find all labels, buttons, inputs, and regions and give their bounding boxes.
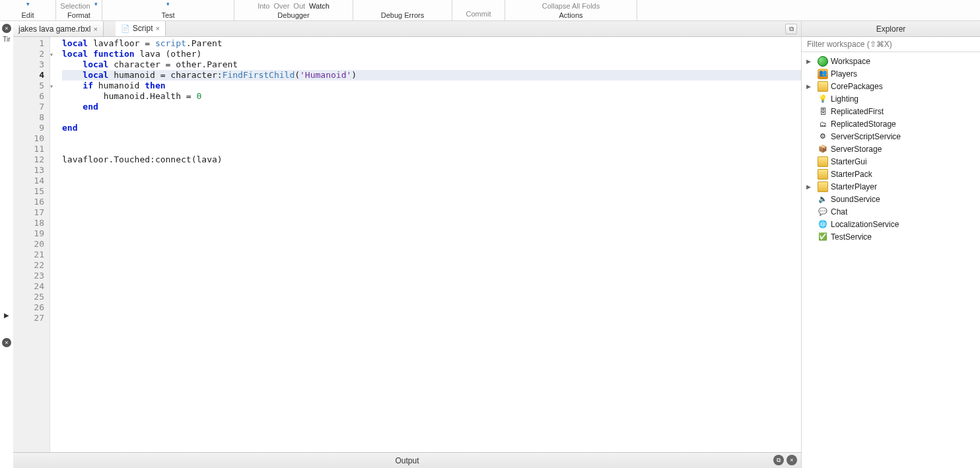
line-number[interactable]: 2▾: [13, 49, 44, 59]
code-line[interactable]: [62, 207, 801, 218]
line-number[interactable]: 10: [13, 133, 44, 144]
code-line[interactable]: [62, 239, 801, 250]
code-line[interactable]: local function lava (other): [62, 49, 801, 59]
tree-item-chat[interactable]: Chat: [803, 205, 979, 218]
line-number[interactable]: 1: [13, 38, 44, 49]
line-number[interactable]: 4: [13, 70, 44, 81]
code-line[interactable]: [62, 260, 801, 271]
toolbar-item-over[interactable]: Over: [274, 2, 290, 10]
code-line[interactable]: [62, 218, 801, 228]
tree-item-label: Chat: [831, 207, 847, 217]
code-line[interactable]: lavafloor.Touched:connect(lava): [62, 154, 801, 165]
toolbar-item-out[interactable]: Out: [293, 2, 305, 10]
tree-item-soundservice[interactable]: SoundService: [803, 193, 979, 205]
code-line[interactable]: [62, 133, 801, 144]
toolbar-item-selection[interactable]: Selection: [60, 2, 90, 10]
code-line[interactable]: [62, 228, 801, 239]
code-line[interactable]: local humanoid = character:FindFirstChil…: [62, 70, 801, 81]
toolbar-group-group5: Commit: [452, 0, 505, 20]
tree-item-lighting[interactable]: Lighting: [803, 92, 979, 105]
code-line[interactable]: [62, 271, 801, 281]
line-number[interactable]: 27: [13, 313, 44, 323]
tree-item-startergui[interactable]: StarterGui: [803, 155, 979, 168]
code-line[interactable]: [62, 250, 801, 260]
code-line[interactable]: local lavafloor = script.Parent: [62, 38, 801, 49]
expander-icon[interactable]: ▶: [804, 83, 812, 90]
code-line[interactable]: [62, 112, 801, 123]
tab-script[interactable]: Script×: [116, 21, 166, 36]
line-number[interactable]: 21: [13, 250, 44, 260]
line-number[interactable]: 20: [13, 239, 44, 250]
line-number[interactable]: 13: [13, 165, 44, 176]
line-number[interactable]: 17: [13, 207, 44, 218]
expander-icon[interactable]: ▶: [804, 184, 812, 190]
line-number[interactable]: 16: [13, 197, 44, 207]
tree-item-serverstorage[interactable]: ServerStorage: [803, 143, 979, 155]
tree-item-testservice[interactable]: TestService: [803, 230, 979, 243]
hierarchy-tree[interactable]: ▶WorkspacePlayers▶CorePackagesLightingRe…: [802, 52, 980, 468]
code-line[interactable]: [62, 186, 801, 197]
code-area[interactable]: local lavafloor = script.Parentlocal fun…: [50, 37, 801, 452]
code-line[interactable]: [62, 197, 801, 207]
line-number[interactable]: 3: [13, 59, 44, 70]
code-line[interactable]: [62, 281, 801, 292]
output-panel[interactable]: Output ⧉ ×: [13, 452, 801, 468]
expander-icon[interactable]: ▶: [804, 58, 812, 65]
toolbar-item-commit[interactable]: Commit: [466, 10, 491, 18]
line-number[interactable]: 25: [13, 292, 44, 302]
dropdown-icon[interactable]: ▾: [26, 1, 30, 7]
tree-item-starterpack[interactable]: StarterPack: [803, 168, 979, 180]
code-line[interactable]: local character = other.Parent: [62, 59, 801, 70]
line-number[interactable]: 14: [13, 176, 44, 186]
line-number[interactable]: 9: [13, 123, 44, 133]
code-line[interactable]: end: [62, 102, 801, 112]
toolbar-item-watch[interactable]: Watch: [309, 2, 330, 10]
tree-item-localizationservice[interactable]: LocalizationService: [803, 218, 979, 230]
code-line[interactable]: [62, 176, 801, 186]
dropdown-icon[interactable]: ▾: [94, 1, 98, 7]
close-panel-icon[interactable]: ×: [2, 24, 11, 33]
line-number[interactable]: 12: [13, 154, 44, 165]
line-number[interactable]: 18: [13, 218, 44, 228]
tab-jakes-lava-game-rbxl[interactable]: jakes lava game.rbxl×: [13, 21, 104, 36]
code-line[interactable]: [62, 302, 801, 313]
tree-item-workspace[interactable]: ▶Workspace: [803, 55, 979, 67]
close-icon[interactable]: ×: [93, 25, 97, 33]
dropdown-icon[interactable]: ▾: [166, 1, 170, 7]
line-number[interactable]: 11: [13, 144, 44, 154]
code-editor[interactable]: 12▾345▾678910111213141516171819202122232…: [13, 37, 801, 452]
tab-popout-icon[interactable]: ⧉: [785, 24, 797, 34]
line-number[interactable]: 15: [13, 186, 44, 197]
close-icon[interactable]: ×: [156, 24, 160, 32]
code-line[interactable]: humanoid.Health = 0: [62, 91, 801, 102]
close-panel-bottom-icon[interactable]: ×: [2, 338, 11, 347]
line-gutter[interactable]: 12▾345▾678910111213141516171819202122232…: [13, 37, 50, 452]
tree-item-players[interactable]: Players: [803, 67, 979, 80]
output-popout-icon[interactable]: ⧉: [773, 455, 784, 465]
tree-item-starterplayer[interactable]: ▶StarterPlayer: [803, 180, 979, 193]
line-number[interactable]: 23: [13, 271, 44, 281]
line-number[interactable]: 5▾: [13, 81, 44, 91]
expand-arrow-icon[interactable]: ▶: [4, 312, 9, 319]
line-number[interactable]: 19: [13, 228, 44, 239]
line-number[interactable]: 7: [13, 102, 44, 112]
code-line[interactable]: if humanoid then: [62, 81, 801, 91]
line-number[interactable]: 6: [13, 91, 44, 102]
line-number[interactable]: 26: [13, 302, 44, 313]
line-number[interactable]: 24: [13, 281, 44, 292]
toolbar-item-into[interactable]: Into: [258, 2, 269, 10]
code-line[interactable]: [62, 165, 801, 176]
output-close-icon[interactable]: ×: [787, 455, 797, 465]
code-line[interactable]: [62, 292, 801, 302]
tree-item-corepackages[interactable]: ▶CorePackages: [803, 80, 979, 92]
tree-item-serverscriptservice[interactable]: ServerScriptService: [803, 130, 979, 143]
code-line[interactable]: [62, 144, 801, 154]
filter-workspace-input[interactable]: [802, 37, 980, 51]
line-number[interactable]: 22: [13, 260, 44, 271]
tree-item-replicatedfirst[interactable]: ReplicatedFirst: [803, 105, 979, 117]
code-line[interactable]: [62, 313, 801, 323]
tree-item-replicatedstorage[interactable]: ReplicatedStorage: [803, 117, 979, 130]
line-number[interactable]: 8: [13, 112, 44, 123]
code-line[interactable]: end: [62, 123, 801, 133]
toolbar-item-collapse-all-folds[interactable]: Collapse All Folds: [542, 2, 600, 10]
